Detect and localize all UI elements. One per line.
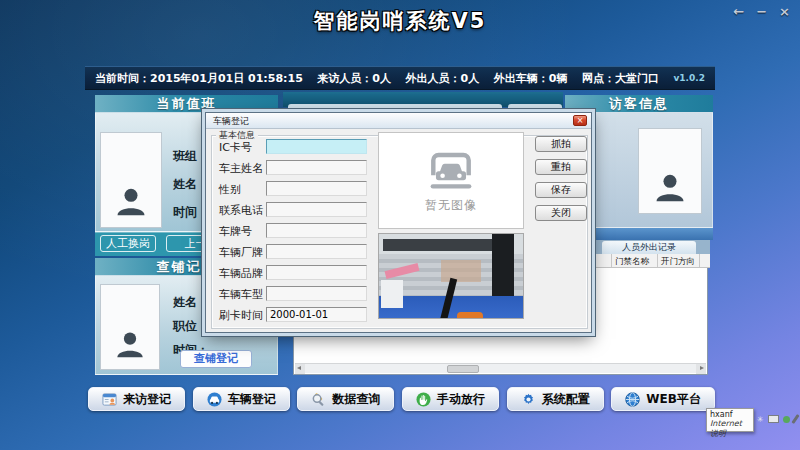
vehicle-registration-dialog: 车辆登记 × 基本信息 IC卡号 车主姓名 性别 联系电话 车牌号 车辆厂牌 车… (205, 112, 592, 333)
ime-tooltip: hxanf Internet 说明 (706, 408, 754, 432)
duty-avatar (100, 132, 162, 228)
dialog-titlebar[interactable]: 车辆登记 × (206, 113, 591, 129)
keyboard-icon[interactable] (768, 415, 779, 423)
dialog-title: 车辆登记 (213, 115, 249, 128)
vehicle-model-input[interactable] (266, 286, 367, 301)
records-col-empty2 (700, 254, 710, 267)
ime-bar: ✳ (757, 414, 797, 424)
minimize-icon[interactable]: − (756, 4, 767, 19)
vehicle-brand-input[interactable] (266, 265, 367, 280)
vehicle-register-icon (207, 392, 222, 407)
plate-number-input[interactable] (266, 223, 367, 238)
site-name: 网点：大堂门口 (582, 71, 659, 86)
records-col-door-direction: 开门方向 (658, 254, 700, 267)
ic-card-label: IC卡号 (219, 140, 252, 155)
vehicle-maker-label: 车辆厂牌 (219, 245, 263, 260)
manual-release-button[interactable]: 手动放行 (402, 387, 499, 411)
person-icon (114, 181, 148, 221)
check-register-button[interactable]: 查铺登记 (180, 350, 252, 368)
ic-card-input[interactable] (266, 139, 367, 154)
ime-language-icon[interactable]: ✳ (757, 415, 764, 424)
duty-time-label: 时间： (173, 204, 209, 221)
tab-person-out-records[interactable]: 人员外出记录 (602, 241, 696, 254)
page-title: 智能岗哨系统V5 (0, 7, 800, 35)
web-platform-button[interactable]: WEB平台 (611, 387, 715, 411)
visitor-register-icon (102, 392, 117, 407)
system-config-icon (521, 392, 536, 407)
wrench-icon[interactable] (791, 414, 799, 424)
version-label: v1.0.2 (673, 73, 705, 83)
current-time: 当前时间：2015年01月01日 01:58:15 (95, 71, 303, 86)
window-controls: ← − × (733, 4, 790, 19)
manual-release-icon (416, 392, 431, 407)
duty-name-label: 姓名： (173, 176, 209, 193)
ime-mode-icon[interactable] (783, 416, 790, 423)
basic-info-label: 基本信息 (216, 129, 258, 142)
vehicle-maker-input[interactable] (266, 244, 367, 259)
duty-panel-title: 当前值班 (95, 95, 278, 112)
vehicle-register-button[interactable]: 车辆登记 (193, 387, 290, 411)
phone-input[interactable] (266, 202, 367, 217)
retake-button[interactable]: 重拍 (535, 159, 587, 175)
scroll-left-icon[interactable] (295, 364, 305, 374)
horizontal-scrollbar[interactable] (295, 363, 706, 373)
out-person-count: 外出人员：0人 (406, 71, 480, 86)
scrollbar-thumb[interactable] (447, 365, 479, 373)
person-icon (653, 167, 687, 207)
web-platform-icon (625, 392, 640, 407)
back-icon[interactable]: ← (733, 4, 744, 19)
owner-name-input[interactable] (266, 160, 367, 175)
swipe-time-input[interactable] (266, 307, 367, 322)
phone-label: 联系电话 (219, 203, 263, 218)
data-query-icon (311, 392, 326, 407)
visitor-register-button[interactable]: 来访登记 (88, 387, 185, 411)
records-table-header: 门禁名称 开门方向 (594, 254, 710, 268)
check-position-label: 职位： (173, 318, 209, 335)
system-config-button[interactable]: 系统配置 (507, 387, 604, 411)
camera-feed (378, 233, 524, 319)
scroll-right-icon[interactable] (696, 364, 706, 374)
vehicle-model-label: 车辆车型 (219, 287, 263, 302)
status-bar: 当前时间：2015年01月01日 01:58:15 来访人员：0人 外出人员：0… (85, 66, 715, 90)
gender-input[interactable] (266, 181, 367, 196)
ime-code-text: hxanf (710, 410, 750, 419)
duty-team-label: 班组： (173, 148, 209, 165)
desktop: 智能岗哨系统V5 ← − × 当前时间：2015年01月01日 01:58:15… (0, 0, 800, 450)
visitor-panel-title: 访客信息 (565, 95, 713, 112)
check-name-label: 姓名： (173, 294, 209, 311)
ime-description-text: Internet 说明 (710, 419, 750, 439)
dialog-close-icon[interactable]: × (573, 115, 587, 126)
swipe-time-label: 刷卡时间 (219, 308, 263, 323)
capture-image-placeholder: 暂无图像 (378, 132, 524, 229)
visitor-avatar (638, 128, 702, 214)
plate-number-label: 车牌号 (219, 224, 252, 239)
out-vehicle-count: 外出车辆：0辆 (494, 71, 568, 86)
no-image-text: 暂无图像 (425, 197, 477, 214)
owner-name-label: 车主姓名 (219, 161, 263, 176)
gender-label: 性别 (219, 182, 241, 197)
car-icon (421, 147, 481, 193)
records-col-empty (594, 254, 612, 267)
main-toolbar: 来访登记 车辆登记 数据查询 手动放行 系统配置 WEB平台 (88, 386, 715, 412)
person-icon (114, 325, 146, 363)
close-button[interactable]: 关闭 (535, 205, 587, 221)
check-avatar (100, 284, 160, 370)
manual-shift-button[interactable]: 人工换岗 (100, 235, 156, 252)
visitor-count: 来访人员：0人 (317, 71, 391, 86)
records-col-door-name: 门禁名称 (612, 254, 658, 267)
vehicle-brand-label: 车辆品牌 (219, 266, 263, 281)
capture-button[interactable]: 抓拍 (535, 136, 587, 152)
records-tab-row: 人员外出记录 (594, 240, 710, 254)
close-icon[interactable]: × (779, 4, 790, 19)
save-button[interactable]: 保存 (535, 182, 587, 198)
data-query-button[interactable]: 数据查询 (297, 387, 394, 411)
